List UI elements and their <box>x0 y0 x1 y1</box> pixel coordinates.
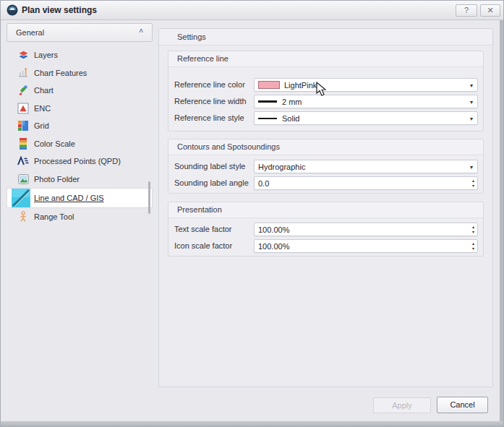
sidebar-scrollbar-thumb[interactable] <box>148 181 150 214</box>
spinner-up-icon[interactable]: ▴ <box>472 178 474 184</box>
field-row: Icon scale factor 100.00% ▴ ▾ <box>168 239 483 253</box>
window-bottom-edge <box>1 421 504 427</box>
group-presentation: Presentation Text scale factor 100.00% ▴… <box>168 202 484 256</box>
sidebar-item-chart-features[interactable]: Chart Features <box>7 64 153 82</box>
sidebar: ^ General Layers <box>7 23 153 418</box>
chart-features-icon <box>17 67 30 79</box>
reference-line-width-label: Reference line width <box>174 97 247 105</box>
grid-icon <box>17 120 30 131</box>
reference-line-style-select[interactable]: Solid ▾ <box>254 111 478 125</box>
reference-line-color-select[interactable]: LightPink ▾ <box>254 78 478 92</box>
plan-view-settings-dialog: Plan view settings ? ✕ ^ General Layers <box>0 0 504 427</box>
sounding-label-style-label: Sounding label style <box>174 162 245 171</box>
field-row: Reference line style Solid ▾ <box>168 111 483 125</box>
sidebar-item-line-and-cad-gis[interactable]: Line and CAD / GIS <box>7 188 153 208</box>
chart-pen-icon <box>17 85 30 96</box>
line-style-sample-icon <box>258 118 277 119</box>
sidebar-item-label: Range Tool <box>34 212 74 221</box>
text-scale-factor-input[interactable]: 100.00% ▴ ▾ <box>254 223 478 236</box>
titlebar[interactable]: Plan view settings ? ✕ <box>1 1 503 20</box>
chevron-down-icon[interactable]: ▾ <box>470 164 473 171</box>
line-cad-gis-icon <box>11 189 30 207</box>
spinner-down-icon[interactable]: ▾ <box>472 230 474 235</box>
reference-line-style-value: Solid <box>282 114 299 123</box>
field-row: Sounding label angle 0.0 ▴ ▾ <box>168 176 483 190</box>
text-scale-factor-label: Text scale factor <box>174 225 231 233</box>
sidebar-item-chart[interactable]: Chart <box>7 82 153 100</box>
icon-scale-factor-spinner[interactable]: ▴ ▾ <box>472 241 474 251</box>
sidebar-item-label: Grid <box>34 121 49 130</box>
sidebar-item-grid[interactable]: Grid <box>7 117 153 135</box>
settings-panel: Settings Reference line Reference line c… <box>158 28 493 387</box>
enc-icon <box>17 103 30 114</box>
icon-scale-factor-label: Icon scale factor <box>174 241 232 250</box>
sidebar-item-label: Line and CAD / GIS <box>34 194 104 202</box>
icon-scale-factor-input[interactable]: 100.00% ▴ ▾ <box>254 239 478 253</box>
sidebar-item-color-scale[interactable]: Color Scale <box>7 135 153 153</box>
group-reference-line: Reference line Reference line color Ligh… <box>168 51 484 131</box>
sounding-label-angle-label: Sounding label angle <box>174 178 249 187</box>
sidebar-item-photo-folder[interactable]: Photo Folder <box>7 171 153 189</box>
reference-line-width-value: 2 mm <box>282 98 302 106</box>
settings-panel-title: Settings <box>159 29 492 46</box>
apply-button[interactable]: Apply <box>373 397 431 413</box>
sounding-label-angle-value: 0.0 <box>258 179 269 188</box>
reference-line-color-swatch <box>258 81 280 89</box>
range-tool-icon <box>17 211 30 223</box>
sidebar-group-label: General <box>16 28 44 37</box>
line-width-sample-icon <box>258 100 277 103</box>
reference-line-width-select[interactable]: 2 mm ▾ <box>254 95 478 108</box>
chevron-up-icon[interactable]: ^ <box>139 24 143 41</box>
sidebar-item-label: Color Scale <box>34 139 75 148</box>
window-right-edge <box>500 20 504 426</box>
field-row: Reference line width 2 mm ▾ <box>168 95 483 108</box>
sidebar-item-label: Chart <box>34 86 54 95</box>
sidebar-group-general[interactable]: ^ General <box>7 23 153 42</box>
cancel-button[interactable]: Cancel <box>437 397 488 413</box>
sidebar-item-label: Chart Features <box>34 69 87 77</box>
sidebar-item-label: ENC <box>34 104 51 113</box>
spinner-down-icon[interactable]: ▾ <box>472 184 474 189</box>
help-button[interactable]: ? <box>456 4 477 17</box>
reference-line-style-label: Reference line style <box>174 113 244 122</box>
icon-scale-factor-value: 100.00% <box>258 242 289 251</box>
sidebar-item-processed-points[interactable]: Processed Points (QPD) <box>7 152 153 171</box>
group-contours-spotsoundings: Contours and Spotsoundings Sounding labe… <box>168 139 484 194</box>
sidebar-item-range-tool[interactable]: Range Tool <box>7 208 153 226</box>
field-row: Sounding label style Hydrographic ▾ <box>168 160 483 173</box>
field-row: Reference line color LightPink ▾ <box>168 78 483 92</box>
sidebar-item-label: Processed Points (QPD) <box>34 157 121 165</box>
chevron-down-icon[interactable]: ▾ <box>470 116 473 122</box>
spinner-up-icon[interactable]: ▴ <box>472 225 474 230</box>
text-scale-factor-spinner[interactable]: ▴ ▾ <box>472 225 474 235</box>
chevron-down-icon[interactable]: ▾ <box>470 99 473 105</box>
processed-points-icon <box>17 156 30 166</box>
sounding-label-angle-input[interactable]: 0.0 ▴ ▾ <box>254 176 478 190</box>
field-row: Text scale factor 100.00% ▴ ▾ <box>168 223 483 236</box>
photo-folder-icon <box>17 174 30 184</box>
spinner-down-icon[interactable]: ▾ <box>472 246 474 251</box>
reference-line-color-label: Reference line color <box>174 80 245 89</box>
spinner-up-icon[interactable]: ▴ <box>472 241 474 246</box>
sidebar-item-enc[interactable]: ENC <box>7 100 153 118</box>
window-title: Plan view settings <box>22 5 97 15</box>
sounding-label-style-value: Hydrographic <box>258 163 305 171</box>
group-reference-line-title: Reference line <box>168 51 483 67</box>
chevron-down-icon[interactable]: ▾ <box>470 82 473 89</box>
sidebar-item-layers[interactable]: Layers <box>7 46 153 64</box>
sidebar-item-label: Layers <box>34 51 58 59</box>
sounding-label-style-select[interactable]: Hydrographic ▾ <box>254 160 478 173</box>
sounding-label-angle-spinner[interactable]: ▴ ▾ <box>472 178 474 189</box>
app-logo-icon <box>7 4 18 16</box>
layers-icon <box>17 50 30 61</box>
text-scale-factor-value: 100.00% <box>258 225 289 234</box>
group-presentation-title: Presentation <box>168 202 483 218</box>
sidebar-item-label: Photo Folder <box>34 175 80 184</box>
reference-line-color-value: LightPink <box>284 81 317 90</box>
sidebar-nav: Layers Chart Features <box>7 46 153 226</box>
group-contours-title: Contours and Spotsoundings <box>168 139 483 155</box>
color-scale-icon <box>17 138 30 150</box>
close-button[interactable]: ✕ <box>480 4 500 17</box>
